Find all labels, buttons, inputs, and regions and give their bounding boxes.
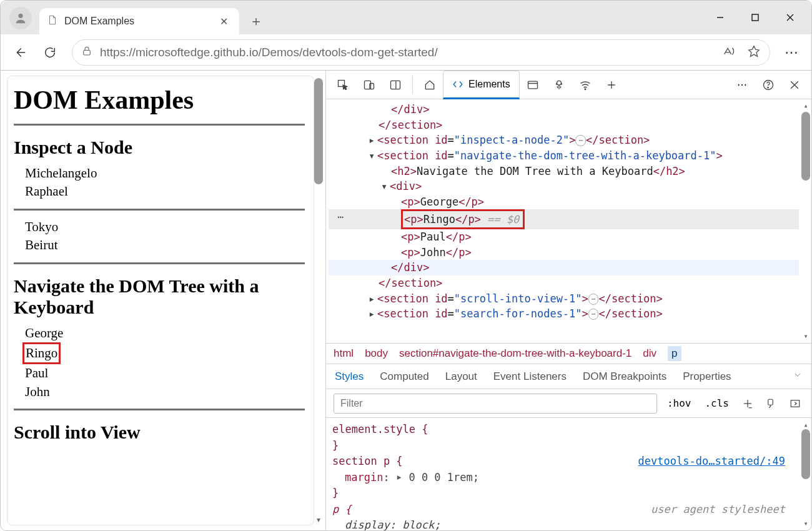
tab-title: DOM Examples xyxy=(64,16,210,27)
ua-stylesheet-label: user agent stylesheet xyxy=(651,502,785,518)
subtab-layout[interactable]: Layout xyxy=(445,370,477,383)
list-item[interactable]: Tokyo xyxy=(25,218,305,236)
devtools-close-icon[interactable] xyxy=(781,79,808,91)
list-item[interactable]: George xyxy=(25,324,305,342)
dock-side-icon[interactable] xyxy=(382,71,408,99)
inspect-element-icon[interactable] xyxy=(330,71,356,99)
help-icon[interactable] xyxy=(755,79,781,91)
devtools-menu-icon[interactable]: ⋯ xyxy=(729,79,755,91)
subtab-styles[interactable]: Styles xyxy=(335,370,364,383)
svg-rect-28 xyxy=(791,400,800,407)
tab-close-icon[interactable]: ✕ xyxy=(216,14,232,29)
section-heading: Scroll into View xyxy=(14,422,305,443)
subtab-computed[interactable]: Computed xyxy=(380,370,428,383)
read-aloud-icon[interactable] xyxy=(722,44,736,61)
svg-rect-12 xyxy=(391,81,400,89)
new-style-rule-icon[interactable] xyxy=(739,398,756,409)
list-item[interactable]: Michelangelo xyxy=(25,164,305,182)
crumb[interactable]: body xyxy=(365,347,388,360)
network-tab-icon[interactable] xyxy=(572,71,598,99)
scrollbar-thumb[interactable] xyxy=(801,429,810,479)
divider xyxy=(14,209,305,211)
profile-avatar[interactable] xyxy=(9,7,32,29)
scrollbar-thumb[interactable] xyxy=(801,112,810,181)
device-toolbar-icon[interactable] xyxy=(356,71,382,99)
dom-tree[interactable]: </div> </section> ▸<section id="inspect-… xyxy=(326,99,811,343)
scroll-down-icon[interactable]: ▾ xyxy=(801,331,810,342)
back-button[interactable] xyxy=(7,39,33,66)
dom-breadcrumb[interactable]: html body section#navigate-the-dom-tree-… xyxy=(326,343,811,364)
favorite-icon[interactable] xyxy=(747,44,761,61)
subtab-properties[interactable]: Properties xyxy=(683,370,731,383)
crumb[interactable]: section#navigate-the-dom-tree-with-a-key… xyxy=(399,347,631,360)
svg-rect-14 xyxy=(528,81,537,89)
source-link[interactable]: devtools-do…started/:49 xyxy=(638,454,785,470)
new-tab-button[interactable]: ＋ xyxy=(245,11,267,32)
scrollbar-thumb[interactable] xyxy=(314,78,323,184)
scroll-down-icon[interactable]: ▾ xyxy=(314,515,323,524)
cls-toggle[interactable]: .cls xyxy=(701,396,733,410)
selected-dom-node[interactable]: <p>Ringo</p> == $0 xyxy=(329,209,799,229)
svg-rect-6 xyxy=(84,50,91,55)
list-item[interactable]: John xyxy=(25,383,305,401)
subtab-event-listeners[interactable]: Event Listeners xyxy=(493,370,567,383)
subtab-dom-breakpoints[interactable]: DOM Breakpoints xyxy=(583,370,666,383)
dom-scrollbar[interactable]: ▴ ▾ xyxy=(801,101,810,342)
crumb-selected[interactable]: p xyxy=(668,346,681,361)
window-minimize-button[interactable] xyxy=(703,1,738,34)
section-heading: Inspect a Node xyxy=(14,137,305,158)
lock-icon xyxy=(81,46,92,59)
list-item[interactable]: Ringo xyxy=(25,342,305,364)
styles-filter-input[interactable] xyxy=(334,394,657,414)
svg-point-16 xyxy=(557,81,561,85)
divider xyxy=(14,409,305,410)
crumb[interactable]: html xyxy=(334,347,354,360)
svg-marker-8 xyxy=(749,46,760,56)
divider xyxy=(14,262,305,264)
svg-point-0 xyxy=(18,14,22,18)
tab-elements[interactable]: Elements xyxy=(443,71,520,99)
scroll-up-icon[interactable]: ▴ xyxy=(801,101,810,111)
styles-rules[interactable]: element.style { } section p {devtools-do… xyxy=(326,418,811,530)
application-tab-icon[interactable] xyxy=(520,71,546,99)
divider xyxy=(14,124,305,126)
address-bar[interactable]: https://microsoftedge.github.io/Demos/de… xyxy=(72,39,770,66)
hov-toggle[interactable]: :hov xyxy=(663,396,695,410)
page-title: DOM Examples xyxy=(14,85,305,115)
list-item[interactable]: Raphael xyxy=(25,182,305,201)
window-close-button[interactable] xyxy=(773,1,808,34)
section-heading: Navigate the DOM Tree with a Keyboard xyxy=(14,275,305,318)
svg-point-17 xyxy=(585,88,586,89)
highlighted-item: Ringo xyxy=(22,342,61,364)
window-maximize-button[interactable] xyxy=(738,1,773,34)
browser-menu-button[interactable]: ⋯ xyxy=(779,44,805,61)
crumb[interactable]: div xyxy=(643,347,656,360)
list-item[interactable]: Paul xyxy=(25,364,305,382)
svg-rect-2 xyxy=(752,14,758,21)
list-item[interactable]: Beirut xyxy=(25,236,305,254)
paint-flash-icon[interactable] xyxy=(763,398,780,409)
subtabs-overflow-icon[interactable] xyxy=(793,370,803,383)
styles-scrollbar[interactable]: ▴ ▾ xyxy=(801,419,810,529)
welcome-tab-icon[interactable] xyxy=(417,71,443,99)
reload-button[interactable] xyxy=(37,39,63,66)
tab-label: Elements xyxy=(468,79,510,90)
browser-tab[interactable]: DOM Examples ✕ xyxy=(39,8,239,34)
computed-panel-icon[interactable] xyxy=(786,398,804,409)
page-scrollbar[interactable]: ▾ xyxy=(314,77,323,524)
svg-rect-27 xyxy=(768,399,773,405)
file-icon xyxy=(47,14,58,28)
url-text: https://microsoftedge.github.io/Demos/de… xyxy=(100,46,438,59)
scroll-down-icon[interactable]: ▾ xyxy=(801,518,810,529)
more-tabs-button[interactable] xyxy=(598,71,625,99)
svg-point-21 xyxy=(768,87,768,87)
page-viewport[interactable]: DOM Examples Inspect a Node Michelangelo… xyxy=(7,76,314,525)
sources-tab-icon[interactable] xyxy=(546,71,572,99)
